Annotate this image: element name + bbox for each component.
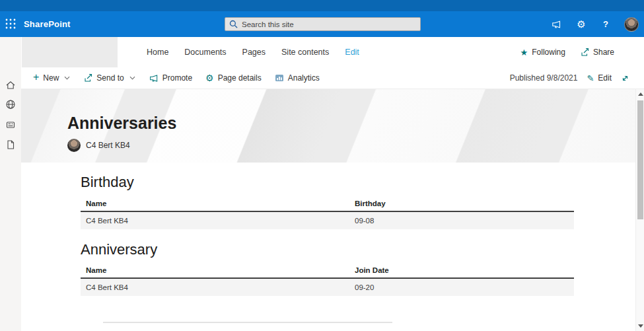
promote-label: Promote (162, 73, 192, 83)
edit-label: Edit (598, 73, 612, 83)
promote-megaphone-icon (149, 73, 159, 83)
column-header-birthday[interactable]: Birthday (355, 200, 574, 207)
table-header-row: Name Birthday (81, 197, 574, 212)
globe-icon[interactable] (5, 99, 16, 110)
share-button[interactable]: Share (580, 48, 614, 57)
suite-bar-top-strip (0, 0, 644, 11)
site-header: Home Documents Pages Site contents Edit … (21, 37, 644, 67)
send-to-icon (83, 73, 92, 83)
page-details-gear-icon: ⚙ (205, 73, 214, 83)
settings-gear-icon[interactable]: ⚙ (575, 19, 587, 29)
suite-bar-actions: ⚙ ? (551, 11, 639, 37)
help-icon[interactable]: ? (600, 19, 612, 29)
expand-icon[interactable] (621, 74, 629, 83)
nav-item-site-contents[interactable]: Site contents (281, 48, 329, 57)
cell-birthday: 09-08 (355, 217, 574, 225)
nav-item-home[interactable]: Home (147, 48, 168, 57)
table-row[interactable]: C4 Bert KB4 09-08 (81, 212, 574, 229)
table-row[interactable]: C4 Bert KB4 09-20 (81, 279, 574, 296)
nav-item-edit[interactable]: Edit (345, 48, 359, 57)
site-search[interactable] (225, 17, 421, 31)
app-launcher-icon[interactable] (5, 18, 17, 30)
analytics-button[interactable]: Analytics (275, 73, 320, 83)
column-header-name[interactable]: Name (81, 266, 355, 274)
plus-icon: + (33, 72, 39, 83)
site-logo[interactable] (22, 37, 118, 67)
table-header-row: Name Join Date (81, 264, 574, 279)
command-bar: + New Send to (21, 67, 644, 89)
megaphone-icon[interactable] (551, 19, 563, 30)
app-rail (0, 37, 21, 331)
page-title: Anniversaries (67, 114, 176, 133)
site-header-actions: ★ Following Share (520, 37, 614, 67)
news-icon[interactable] (5, 120, 16, 130)
anniversary-table: Name Join Date C4 Bert KB4 09-20 (81, 264, 574, 296)
chevron-down-icon (129, 76, 135, 80)
send-to-button[interactable]: Send to (83, 73, 135, 83)
birthday-table: Name Birthday C4 Bert KB4 09-08 (81, 197, 574, 229)
scrollbar-thumb[interactable] (637, 100, 643, 219)
promote-button[interactable]: Promote (149, 73, 192, 83)
analytics-chart-icon (275, 73, 284, 83)
share-icon (580, 48, 589, 57)
birthday-section-heading: Birthday (81, 174, 134, 191)
page-details-button[interactable]: ⚙ Page details (205, 73, 262, 83)
page-details-label: Page details (218, 73, 262, 83)
hero-banner: Anniversaries C4 Bert KB4 (21, 89, 635, 163)
following-button[interactable]: ★ Following (520, 48, 565, 57)
home-icon[interactable] (5, 80, 16, 91)
nav-item-pages[interactable]: Pages (242, 48, 266, 57)
sharepoint-page: SharePoint ⚙ ? (0, 0, 644, 331)
brand-label[interactable]: SharePoint (24, 19, 71, 29)
nav-item-documents[interactable]: Documents (184, 48, 226, 57)
author-avatar[interactable] (67, 139, 81, 152)
chevron-down-icon (64, 76, 70, 80)
pencil-icon: ✎ (587, 74, 594, 83)
suite-bar-main: SharePoint ⚙ ? (0, 11, 644, 37)
author-byline: C4 Bert KB4 (67, 139, 130, 152)
published-status: Published 9/8/2021 (510, 73, 578, 83)
search-icon (229, 20, 238, 28)
star-icon: ★ (520, 48, 528, 57)
scroll-down-arrow[interactable] (638, 324, 643, 328)
search-input[interactable] (242, 20, 416, 28)
column-header-name[interactable]: Name (81, 200, 355, 207)
vertical-scrollbar[interactable] (635, 89, 644, 331)
scroll-up-arrow[interactable] (638, 92, 643, 96)
share-label: Share (593, 48, 614, 57)
cell-name: C4 Bert KB4 (81, 283, 355, 291)
command-bar-right: Published 9/8/2021 ✎ Edit (510, 73, 629, 83)
analytics-label: Analytics (288, 73, 320, 83)
account-avatar[interactable] (624, 17, 639, 32)
site-navigation: Home Documents Pages Site contents Edit (147, 37, 359, 67)
anniversary-section-heading: Anniversary (81, 241, 157, 258)
page-icon[interactable] (5, 139, 16, 150)
author-name[interactable]: C4 Bert KB4 (86, 141, 130, 150)
section-divider (103, 322, 392, 323)
column-header-join-date[interactable]: Join Date (355, 266, 574, 274)
command-bar-left: + New Send to (33, 73, 320, 83)
page-canvas: Anniversaries C4 Bert KB4 Birthday Name … (21, 89, 635, 331)
suite-bar: SharePoint ⚙ ? (0, 0, 644, 37)
cell-join-date: 09-20 (355, 283, 574, 291)
edit-page-button[interactable]: ✎ Edit (587, 73, 612, 83)
new-label: New (43, 73, 59, 83)
cell-name: C4 Bert KB4 (81, 217, 355, 225)
following-label: Following (532, 48, 565, 57)
send-to-label: Send to (96, 73, 124, 83)
new-button[interactable]: + New (33, 73, 70, 83)
